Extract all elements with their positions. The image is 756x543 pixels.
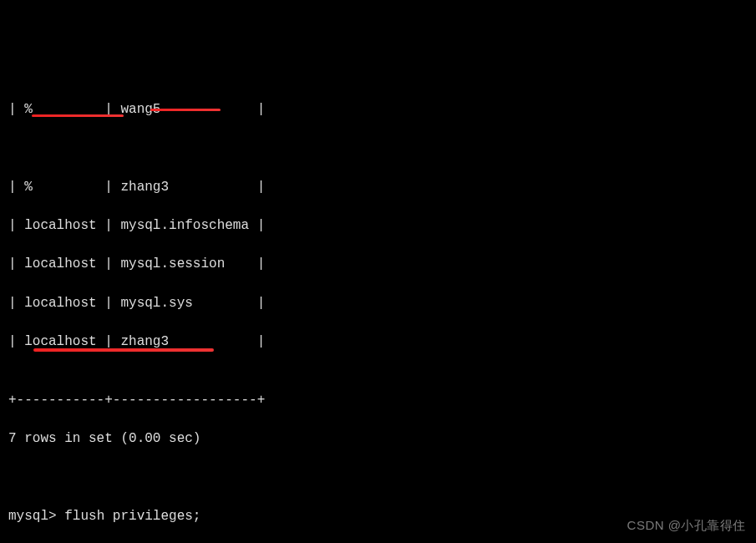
highlight-underline [33, 348, 214, 352]
blank-line [8, 469, 748, 488]
table-row: | % | wang5 | [8, 100, 748, 159]
sql-command: flush privileges; [64, 509, 200, 524]
highlight-underline [32, 114, 124, 118]
query-result: 7 rows in set (0.00 sec) [8, 429, 748, 449]
table-row: | localhost | mysql.sys | [8, 294, 748, 313]
table-row: | % | zhang3 | [8, 178, 748, 197]
table-border: +-----------+------------------+ [8, 391, 748, 410]
watermark-text: CSDN @小孔靠得住 [627, 516, 746, 535]
terminal-output[interactable]: | % | wang5 | | % | zhang3 | | localhost… [8, 81, 748, 543]
table-row: | localhost | zhang3 | [8, 332, 748, 371]
mysql-prompt: mysql> [8, 509, 64, 524]
table-row: | localhost | mysql.infoschema | [8, 216, 748, 236]
highlight-underline [150, 109, 221, 112]
table-row: | localhost | mysql.session | [8, 255, 748, 274]
